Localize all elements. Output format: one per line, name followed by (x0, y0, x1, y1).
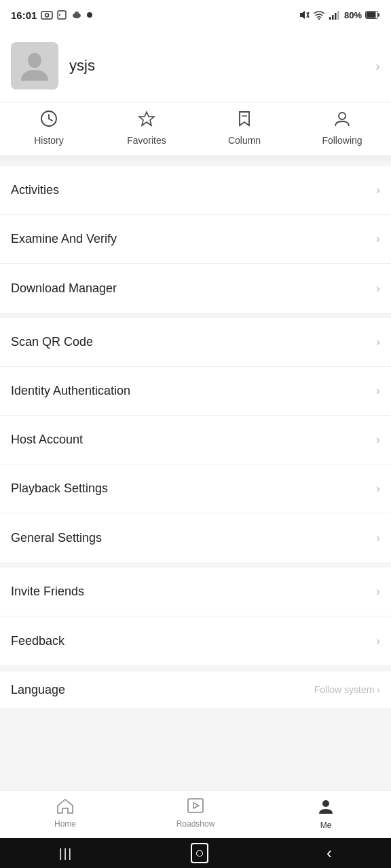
photo-icon (41, 10, 53, 20)
me-nav-label: Me (320, 821, 332, 830)
profile-chevron-icon: › (375, 58, 380, 74)
svg-marker-23 (139, 112, 154, 125)
language-label: Language (11, 683, 65, 697)
wifi-icon (313, 10, 325, 20)
svg-point-6 (87, 12, 92, 18)
bottom-nav-me[interactable]: Me (261, 797, 391, 830)
svg-rect-16 (378, 14, 380, 17)
host-account-label: Host Account (11, 433, 83, 447)
menu-item-language[interactable]: Language Follow system › (0, 671, 391, 708)
chevron-icon: › (376, 433, 380, 447)
battery-icon (365, 11, 380, 19)
general-settings-label: General Settings (11, 531, 102, 545)
nav-tab-favorites[interactable]: Favorites (98, 109, 196, 146)
svg-rect-2 (58, 11, 66, 19)
status-right: 80% (299, 10, 380, 20)
bottom-nav: Home Roadshow Me (0, 790, 391, 838)
me-icon (317, 797, 335, 818)
menu-item-playback-settings[interactable]: Playback Settings › (0, 465, 391, 513)
nav-tab-following[interactable]: Following (293, 109, 391, 146)
following-label: Following (322, 135, 362, 146)
menu-item-examine-verify[interactable]: Examine And Verify › (0, 215, 391, 264)
svg-marker-7 (300, 11, 305, 19)
home-icon (56, 797, 74, 816)
svg-point-10 (318, 18, 320, 20)
bottom-nav-roadshow[interactable]: Roadshow (130, 797, 261, 830)
roadshow-nav-label: Roadshow (176, 819, 215, 829)
svg-line-22 (49, 119, 52, 121)
svg-rect-26 (188, 799, 203, 812)
svg-point-19 (21, 70, 48, 81)
menu-item-activities[interactable]: Activities › (0, 166, 391, 215)
svg-point-1 (45, 14, 49, 17)
star-icon (137, 109, 156, 131)
chevron-icon: › (376, 634, 380, 648)
invite-friends-label: Invite Friends (11, 585, 84, 599)
menu-item-identity-auth[interactable]: Identity Authentication › (0, 367, 391, 416)
bookmark-icon (235, 109, 254, 131)
menu-item-invite-friends[interactable]: Invite Friends › (0, 568, 391, 616)
bottom-nav-home[interactable]: Home (0, 797, 130, 830)
profile-header[interactable]: ysjs › (0, 30, 391, 102)
feedback-label: Feedback (11, 634, 64, 648)
chevron-icon: › (376, 531, 380, 545)
svg-rect-12 (332, 15, 334, 20)
chevron-icon: › (376, 183, 380, 197)
activities-label: Activities (11, 183, 59, 197)
identity-auth-label: Identity Authentication (11, 384, 130, 398)
status-bar: 16:01 (0, 0, 391, 30)
menu-section-2: Scan QR Code › Identity Authentication ›… (0, 318, 391, 562)
nav-tab-column[interactable]: Column (196, 109, 293, 146)
svg-point-18 (28, 53, 41, 68)
home-button[interactable]: ○ (191, 843, 208, 863)
battery-percent: 80% (344, 10, 362, 20)
menu-section-3: Invite Friends › Feedback › (0, 568, 391, 665)
chevron-icon: › (376, 335, 380, 349)
svg-rect-13 (335, 13, 337, 20)
person-icon (333, 109, 352, 131)
status-left: 16:01 (11, 9, 92, 21)
system-nav-bar: ||| ○ ‹ (0, 838, 391, 868)
status-time: 16:01 (11, 9, 37, 21)
svg-rect-0 (41, 12, 52, 19)
menu-item-feedback[interactable]: Feedback › (0, 616, 391, 665)
roadshow-icon (187, 797, 204, 816)
download-manager-label: Download Manager (11, 281, 117, 296)
svg-marker-27 (193, 803, 199, 808)
menu-item-download-manager[interactable]: Download Manager › (0, 264, 391, 313)
column-label: Column (228, 135, 261, 146)
menu-item-host-account[interactable]: Host Account › (0, 416, 391, 465)
menu-item-general-settings[interactable]: General Settings › (0, 513, 391, 562)
examine-verify-label: Examine And Verify (11, 232, 117, 246)
svg-rect-17 (367, 12, 376, 18)
back-button[interactable]: ‹ (327, 844, 332, 863)
history-label: History (34, 135, 64, 146)
scan-qr-label: Scan QR Code (11, 335, 93, 349)
clock-icon (39, 109, 58, 131)
chevron-icon: › (376, 481, 380, 496)
content-area: Activities › Examine And Verify › Downlo… (0, 161, 391, 868)
svg-rect-14 (337, 11, 339, 20)
avatar (11, 42, 58, 90)
svg-point-5 (75, 12, 79, 16)
language-chevron-icon: › (377, 684, 380, 695)
avatar-icon (21, 51, 48, 81)
chevron-icon: › (376, 232, 380, 246)
language-value-area: Follow system › (314, 684, 380, 695)
home-nav-label: Home (54, 819, 76, 829)
chevron-icon: › (376, 384, 380, 398)
recent-apps-button[interactable]: ||| (59, 846, 73, 861)
svg-point-25 (339, 113, 346, 119)
menu-section-1: Activities › Examine And Verify › Downlo… (0, 166, 391, 313)
svg-rect-11 (329, 17, 331, 20)
dot-indicator (87, 12, 92, 18)
mute-icon (299, 10, 310, 20)
nav-tab-history[interactable]: History (0, 109, 98, 146)
language-value: Follow system (314, 684, 375, 695)
chevron-icon: › (376, 585, 380, 599)
favorites-label: Favorites (127, 135, 166, 146)
quick-nav: History Favorites Column Following (0, 102, 391, 161)
sim-icon (57, 10, 67, 20)
menu-item-scan-qr[interactable]: Scan QR Code › (0, 318, 391, 367)
svg-point-28 (322, 800, 329, 807)
